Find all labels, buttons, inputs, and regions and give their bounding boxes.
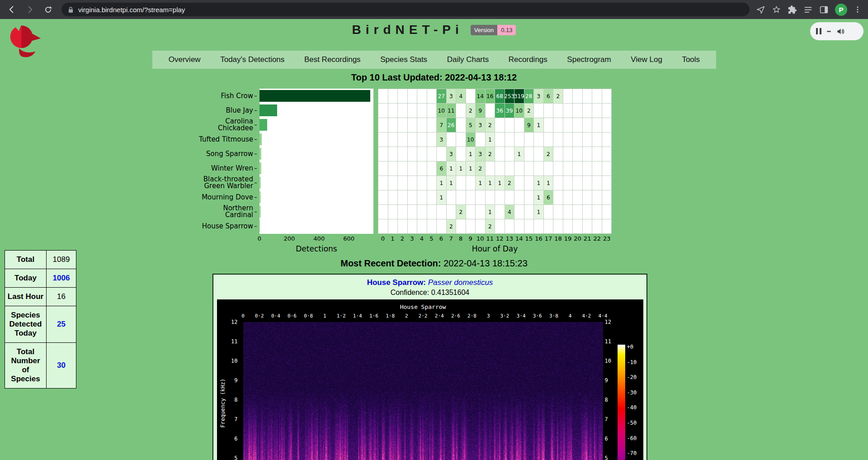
nav-item-best-recordings[interactable]: Best Recordings: [304, 55, 361, 64]
heatmap-cell: [592, 104, 602, 118]
heatmap-cell: [563, 118, 573, 132]
heatmap-cell: [602, 219, 612, 233]
heatmap-cell: [592, 219, 602, 233]
stat-label: Last Hour: [5, 288, 47, 306]
heatmap-cell: [524, 147, 534, 161]
heatmap-cell: [602, 104, 612, 118]
heatmap-cell: [524, 190, 534, 204]
heatmap-cell: [602, 133, 612, 147]
profile-avatar[interactable]: P: [835, 4, 847, 16]
heatmap-cell: [514, 161, 524, 175]
detections-bar: [259, 190, 373, 204]
detections-bar: [259, 118, 373, 132]
heatmap-cell: [417, 147, 427, 161]
heatmap-cell: [398, 176, 407, 190]
pause-icon[interactable]: [816, 28, 821, 34]
nav-item-spectrogram[interactable]: Spectrogram: [567, 55, 611, 64]
heatmap-cell: [388, 147, 398, 161]
heatmap-cell: [447, 133, 456, 147]
reload-button[interactable]: [41, 2, 55, 17]
detection-scientific-name[interactable]: Passer domesticus: [428, 278, 493, 287]
heatmap-cell: [456, 104, 466, 118]
heatmap-cell: [583, 89, 592, 103]
heatmap-cell: [456, 176, 466, 190]
heatmap-cell: [602, 161, 612, 175]
audio-player[interactable]: [810, 22, 863, 40]
heatmap-cell: [592, 89, 602, 103]
side-panel-icon[interactable]: [819, 5, 829, 14]
page-title: BirdNET-Pi: [352, 23, 463, 37]
extensions-puzzle-icon[interactable]: [788, 5, 797, 14]
heatmap-cell: [495, 205, 505, 219]
heatmap-cell: [544, 205, 553, 219]
heatmap-cell: [592, 161, 602, 175]
heatmap-cell: [563, 147, 573, 161]
heatmap-cell: 1: [447, 161, 456, 175]
heatmap-cell: [427, 147, 437, 161]
heatmap-cell: [408, 205, 417, 219]
heatmap-cell: [573, 133, 582, 147]
heatmap-cell: [563, 219, 573, 233]
heatmap-cell: [602, 118, 612, 132]
forward-button[interactable]: [23, 2, 37, 17]
back-button[interactable]: [5, 2, 19, 17]
kebab-menu-icon[interactable]: [854, 5, 862, 14]
heatmap-cell: [398, 89, 407, 103]
nav-item-view-log[interactable]: View Log: [631, 55, 662, 64]
heatmap-cell: [408, 161, 417, 175]
heatmap-cell: [602, 89, 612, 103]
stat-value-link[interactable]: 30: [47, 343, 76, 389]
heatmap-cell: [563, 176, 573, 190]
send-icon[interactable]: [756, 5, 765, 14]
heatmap-cell: [505, 147, 514, 161]
bar-axis-ticks: 0200400600: [259, 235, 373, 242]
seek-bar[interactable]: [827, 31, 831, 32]
volume-icon[interactable]: [836, 27, 845, 36]
heatmap-cell: [398, 133, 407, 147]
heatmap-cell: [553, 133, 563, 147]
url-bar[interactable]: virginia.birdnetpi.com/?stream=play: [61, 3, 750, 16]
heatmap-cell: [544, 161, 553, 175]
heatmap-cell: [602, 205, 612, 219]
nav-item-daily-charts[interactable]: Daily Charts: [447, 55, 489, 64]
heatmap-cell: [447, 205, 456, 219]
heatmap-cell: [583, 104, 592, 118]
stat-value-link[interactable]: 25: [47, 306, 76, 343]
nav-item-today-s-detections[interactable]: Today's Detections: [220, 55, 284, 64]
stats-row: Total Number of Species30: [5, 343, 76, 389]
heatmap-cell: 6: [544, 190, 553, 204]
heatmap-cell: [456, 133, 466, 147]
heatmap-cell: [378, 133, 388, 147]
heatmap-cell: [573, 147, 582, 161]
heatmap-cell: 1: [447, 176, 456, 190]
heatmap-cell: [398, 219, 407, 233]
heatmap-cell: 1: [466, 161, 476, 175]
star-icon[interactable]: [772, 5, 781, 14]
heatmap-cell: 6: [544, 89, 553, 103]
nav-item-tools[interactable]: Tools: [682, 55, 700, 64]
heatmap-cell: [514, 205, 524, 219]
heatmap-cell: [495, 118, 505, 132]
nav-item-overview[interactable]: Overview: [169, 55, 201, 64]
nav-item-recordings[interactable]: Recordings: [509, 55, 547, 64]
heatmap-cell: 14: [476, 89, 485, 103]
heatmap-cell: 10: [466, 133, 476, 147]
reading-list-icon[interactable]: [803, 5, 813, 14]
species-label: Tufted Titmouse: [189, 132, 257, 147]
nav-item-species-stats[interactable]: Species Stats: [380, 55, 427, 64]
detection-common-name[interactable]: House Sparrow:: [367, 278, 426, 287]
stat-value-link[interactable]: 1006: [47, 269, 76, 288]
heatmap-cell: [505, 133, 514, 147]
heatmap-cell: 1: [495, 176, 505, 190]
hour-axis-label: Hour of Day: [378, 244, 612, 253]
heatmap-cell: 6: [437, 161, 446, 175]
heatmap-cell: 2: [544, 147, 553, 161]
heatmap-cell: [583, 176, 592, 190]
heatmap-cell: [378, 89, 388, 103]
heatmap-cell: 11: [447, 104, 456, 118]
heatmap-cell: 2: [553, 89, 563, 103]
spectrogram-colorbar: [618, 345, 625, 460]
heatmap-cell: 39: [505, 104, 514, 118]
heatmap-cell: [398, 104, 407, 118]
species-label: House Sparrow: [189, 219, 257, 233]
